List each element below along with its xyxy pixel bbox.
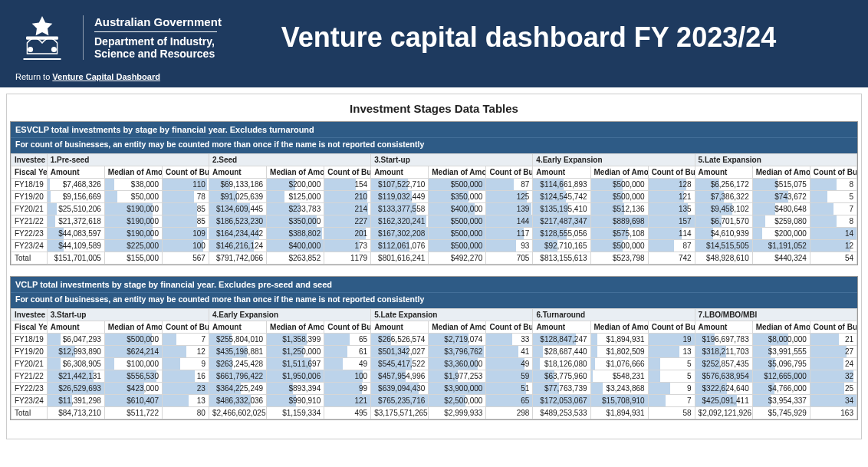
- median-cell: $440,324: [752, 252, 810, 265]
- count-cell: 78: [162, 191, 209, 203]
- median-cell: $1,894,931: [590, 334, 648, 346]
- amount-cell: $661,796,422: [209, 370, 266, 383]
- median-cell: $38,000: [104, 179, 162, 191]
- count-cell: 61: [324, 346, 371, 358]
- amount-cell: $7,468,326: [47, 179, 104, 191]
- count-header: Count of Businesses: [324, 166, 371, 179]
- median-cell: $3,243,868: [590, 383, 648, 395]
- count-cell: 41: [486, 346, 533, 358]
- amount-cell: $128,555,056: [533, 228, 590, 240]
- stage-header: Investee Stage: [12, 309, 48, 321]
- table-row: FY20/21$6,308,905$100,0009$263,245,428$1…: [12, 358, 857, 370]
- count-cell: 1179: [324, 252, 371, 265]
- count-cell: 110: [162, 179, 209, 191]
- amount-cell: $9,458,102: [695, 203, 752, 215]
- median-cell: $3,991,555: [752, 346, 810, 358]
- median-cell: $1,159,334: [267, 407, 324, 419]
- median-cell: $259,080: [752, 215, 810, 228]
- fy-cell: FY22/23: [12, 383, 48, 395]
- median-cell: $423,000: [104, 383, 162, 395]
- count-cell: 85: [162, 215, 209, 228]
- median-cell: $2,999,933: [429, 407, 486, 419]
- count-cell: 7: [810, 203, 856, 215]
- fy-cell: FY18/19: [12, 179, 48, 191]
- median-cell: $190,000: [104, 203, 162, 215]
- stage-col: 5.Late Expansion: [695, 154, 856, 166]
- count-cell: 32: [810, 370, 856, 383]
- table-row: FY21/22$21,442,131$556,53016$661,796,422…: [12, 370, 857, 383]
- amount-cell: $765,235,716: [371, 395, 429, 407]
- table-row: FY18/19$6,047,293$500,0007$255,804,010$1…: [12, 334, 857, 346]
- svg-point-1: [28, 47, 33, 52]
- count-cell: 157: [648, 215, 695, 228]
- count-cell: 227: [324, 215, 371, 228]
- amount-header: Amount: [695, 166, 752, 179]
- count-cell: 59: [486, 370, 533, 383]
- amount-header: Amount: [695, 321, 752, 334]
- amount-cell: $114,661,893: [533, 179, 590, 191]
- median-cell: $500,000: [590, 240, 648, 252]
- count-cell: 121: [324, 395, 371, 407]
- fy-cell: FY22/23: [12, 228, 48, 240]
- fy-cell: FY23/24: [12, 395, 48, 407]
- count-cell: 567: [162, 252, 209, 265]
- median-cell: $4,766,000: [752, 383, 810, 395]
- median-header: Median of Amount: [104, 166, 162, 179]
- count-cell: 9: [648, 383, 695, 395]
- median-cell: $1,076,666: [590, 358, 648, 370]
- gov-crest-icon: [15, 11, 69, 64]
- median-cell: $512,136: [590, 203, 648, 215]
- amount-cell: $217,487,347: [533, 215, 590, 228]
- count-cell: 65: [486, 395, 533, 407]
- amount-cell: $84,713,210: [47, 407, 104, 419]
- median-cell: $1,977,253: [429, 370, 486, 383]
- count-cell: 154: [324, 179, 371, 191]
- count-cell: 49: [324, 358, 371, 370]
- amount-cell: $91,025,639: [209, 191, 266, 203]
- median-header: Median of Amount: [590, 321, 648, 334]
- total-row: Total$151,701,005$155,000567$791,742,066…: [12, 252, 857, 265]
- return-link[interactable]: Venture Capital Dashboard: [52, 72, 160, 81]
- count-cell: 742: [648, 252, 695, 265]
- table-row: FY18/19$7,468,326$38,000110$69,133,186$2…: [12, 179, 857, 191]
- count-cell: 85: [162, 203, 209, 215]
- amount-cell: $48,928,610: [695, 252, 752, 265]
- amount-cell: $4,610,939: [695, 228, 752, 240]
- count-cell: 8: [810, 215, 856, 228]
- count-cell: 298: [486, 407, 533, 419]
- amount-cell: $69,133,186: [209, 179, 266, 191]
- amount-cell: $146,216,124: [209, 240, 266, 252]
- amount-cell: $364,225,249: [209, 383, 266, 395]
- amount-cell: $25,510,206: [47, 203, 104, 215]
- count-header: Count of Businesses: [486, 166, 533, 179]
- median-cell: $400,000: [429, 203, 486, 215]
- amount-cell: $12,993,890: [47, 346, 104, 358]
- median-cell: $500,000: [429, 179, 486, 191]
- count-cell: 58: [648, 407, 695, 419]
- median-cell: $1,511,697: [267, 358, 324, 370]
- amount-cell: $252,857,435: [695, 358, 752, 370]
- count-header: Count of Businesses: [162, 166, 209, 179]
- table-row: FY22/23$44,083,597$190,000109$164,234,44…: [12, 228, 857, 240]
- amount-cell: $6,256,172: [695, 179, 752, 191]
- amount-header: Amount: [533, 166, 590, 179]
- count-cell: 495: [324, 407, 371, 419]
- amount-cell: $6,701,570: [695, 215, 752, 228]
- amount-header: Amount: [209, 321, 266, 334]
- count-cell: 125: [486, 191, 533, 203]
- amount-cell: $322,624,640: [695, 383, 752, 395]
- stage-col: 7.LBO/MBO/MBI: [695, 309, 856, 321]
- count-cell: 214: [324, 203, 371, 215]
- median-cell: $3,954,337: [752, 395, 810, 407]
- fy-cell: FY19/20: [12, 346, 48, 358]
- median-cell: $3,360,000: [429, 358, 486, 370]
- amount-cell: $134,609,445: [209, 203, 266, 215]
- return-prefix: Return to: [15, 72, 52, 81]
- stage-col: 3.Start-up: [371, 154, 533, 166]
- median-cell: $125,000: [267, 191, 324, 203]
- median-cell: $1,894,931: [590, 407, 648, 419]
- amount-cell: $6,047,293: [47, 334, 104, 346]
- table-row: FY19/20$12,993,890$624,21412$435,198,881…: [12, 346, 857, 358]
- amount-cell: $425,091,411: [695, 395, 752, 407]
- median-cell: $350,000: [267, 215, 324, 228]
